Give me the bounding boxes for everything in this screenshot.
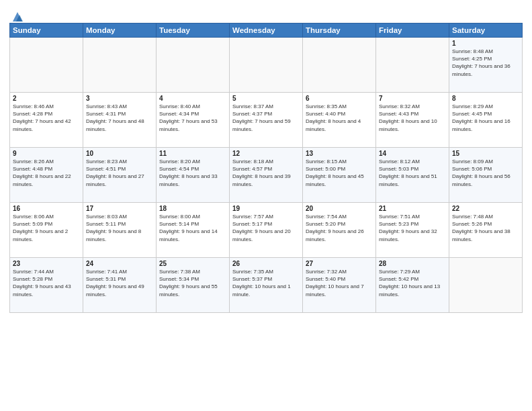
- calendar-cell: 4Sunrise: 8:40 AM Sunset: 4:34 PM Daylig…: [157, 93, 230, 148]
- calendar-cell: 14Sunrise: 8:12 AM Sunset: 5:03 PM Dayli…: [376, 148, 449, 203]
- calendar-cell: 3Sunrise: 8:43 AM Sunset: 4:31 PM Daylig…: [83, 93, 157, 148]
- day-info: Sunrise: 8:00 AM Sunset: 5:14 PM Dayligh…: [159, 213, 226, 243]
- calendar-week-row: 9Sunrise: 8:26 AM Sunset: 4:48 PM Daylig…: [10, 148, 523, 203]
- calendar-week-row: 23Sunrise: 7:44 AM Sunset: 5:28 PM Dayli…: [10, 258, 523, 313]
- day-number: 23: [13, 260, 80, 267]
- calendar-cell: 24Sunrise: 7:41 AM Sunset: 5:31 PM Dayli…: [83, 258, 157, 313]
- logo-icon: [10, 9, 25, 24]
- day-info: Sunrise: 8:18 AM Sunset: 4:57 PM Dayligh…: [232, 158, 300, 188]
- day-number: 25: [159, 260, 226, 267]
- day-info: Sunrise: 8:40 AM Sunset: 4:34 PM Dayligh…: [159, 103, 226, 133]
- calendar-cell: 2Sunrise: 8:46 AM Sunset: 4:28 PM Daylig…: [10, 93, 83, 148]
- day-info: Sunrise: 8:37 AM Sunset: 4:37 PM Dayligh…: [232, 103, 300, 133]
- calendar-week-row: 1Sunrise: 8:48 AM Sunset: 4:25 PM Daylig…: [10, 38, 523, 93]
- day-info: Sunrise: 7:54 AM Sunset: 5:20 PM Dayligh…: [306, 213, 373, 243]
- day-info: Sunrise: 7:32 AM Sunset: 5:40 PM Dayligh…: [306, 268, 373, 298]
- day-info: Sunrise: 8:03 AM Sunset: 5:11 PM Dayligh…: [86, 213, 153, 243]
- day-info: Sunrise: 7:29 AM Sunset: 5:42 PM Dayligh…: [379, 268, 446, 298]
- weekday-header: Tuesday: [157, 24, 230, 38]
- day-info: Sunrise: 8:06 AM Sunset: 5:09 PM Dayligh…: [13, 213, 80, 243]
- calendar-cell: 12Sunrise: 8:18 AM Sunset: 4:57 PM Dayli…: [230, 148, 303, 203]
- day-number: 3: [86, 95, 153, 102]
- day-info: Sunrise: 8:32 AM Sunset: 4:43 PM Dayligh…: [379, 103, 446, 133]
- day-info: Sunrise: 8:09 AM Sunset: 5:06 PM Dayligh…: [452, 158, 519, 188]
- calendar-cell: [449, 258, 523, 313]
- day-number: 9: [13, 150, 80, 157]
- weekday-header: Wednesday: [230, 24, 303, 38]
- calendar-cell: 20Sunrise: 7:54 AM Sunset: 5:20 PM Dayli…: [303, 203, 376, 258]
- calendar-cell: 16Sunrise: 8:06 AM Sunset: 5:09 PM Dayli…: [10, 203, 83, 258]
- day-info: Sunrise: 8:15 AM Sunset: 5:00 PM Dayligh…: [306, 158, 373, 188]
- day-number: 10: [86, 150, 153, 157]
- calendar-cell: 18Sunrise: 8:00 AM Sunset: 5:14 PM Dayli…: [157, 203, 230, 258]
- calendar-cell: [83, 38, 157, 93]
- calendar-cell: 17Sunrise: 8:03 AM Sunset: 5:11 PM Dayli…: [83, 203, 157, 258]
- page-container: SundayMondayTuesdayWednesdayThursdayFrid…: [0, 0, 532, 318]
- day-number: 26: [232, 260, 300, 267]
- day-info: Sunrise: 8:20 AM Sunset: 4:54 PM Dayligh…: [159, 158, 226, 188]
- weekday-header: Saturday: [449, 24, 523, 38]
- day-info: Sunrise: 8:46 AM Sunset: 4:28 PM Dayligh…: [13, 103, 80, 133]
- calendar-week-row: 2Sunrise: 8:46 AM Sunset: 4:28 PM Daylig…: [10, 93, 523, 148]
- calendar-cell: 15Sunrise: 8:09 AM Sunset: 5:06 PM Dayli…: [449, 148, 523, 203]
- weekday-header: Friday: [376, 24, 449, 38]
- day-info: Sunrise: 8:48 AM Sunset: 4:25 PM Dayligh…: [452, 48, 519, 78]
- day-number: 12: [232, 150, 300, 157]
- day-info: Sunrise: 7:38 AM Sunset: 5:34 PM Dayligh…: [159, 268, 226, 298]
- day-info: Sunrise: 8:12 AM Sunset: 5:03 PM Dayligh…: [379, 158, 446, 188]
- weekday-header: Monday: [83, 24, 157, 38]
- weekday-header: Thursday: [303, 24, 376, 38]
- calendar-cell: [376, 38, 449, 93]
- logo: [9, 9, 26, 20]
- day-info: Sunrise: 8:43 AM Sunset: 4:31 PM Dayligh…: [86, 103, 153, 133]
- day-number: 2: [13, 95, 80, 102]
- day-number: 5: [232, 95, 300, 102]
- calendar-cell: 19Sunrise: 7:57 AM Sunset: 5:17 PM Dayli…: [230, 203, 303, 258]
- calendar-cell: 1Sunrise: 8:48 AM Sunset: 4:25 PM Daylig…: [449, 38, 523, 93]
- calendar-cell: [10, 38, 83, 93]
- calendar-cell: 13Sunrise: 8:15 AM Sunset: 5:00 PM Dayli…: [303, 148, 376, 203]
- header-row: [9, 7, 523, 20]
- day-info: Sunrise: 8:26 AM Sunset: 4:48 PM Dayligh…: [13, 158, 80, 188]
- day-number: 27: [306, 260, 373, 267]
- day-info: Sunrise: 7:44 AM Sunset: 5:28 PM Dayligh…: [13, 268, 80, 298]
- day-number: 16: [13, 205, 80, 212]
- calendar-cell: [230, 38, 303, 93]
- calendar-cell: 10Sunrise: 8:23 AM Sunset: 4:51 PM Dayli…: [83, 148, 157, 203]
- day-info: Sunrise: 7:35 AM Sunset: 5:37 PM Dayligh…: [232, 268, 300, 298]
- day-number: 19: [232, 205, 300, 212]
- day-number: 13: [306, 150, 373, 157]
- day-number: 15: [452, 150, 519, 157]
- day-number: 6: [306, 95, 373, 102]
- calendar-cell: 22Sunrise: 7:48 AM Sunset: 5:26 PM Dayli…: [449, 203, 523, 258]
- day-info: Sunrise: 7:51 AM Sunset: 5:23 PM Dayligh…: [379, 213, 446, 243]
- calendar-cell: 23Sunrise: 7:44 AM Sunset: 5:28 PM Dayli…: [10, 258, 83, 313]
- day-number: 17: [86, 205, 153, 212]
- day-number: 8: [452, 95, 519, 102]
- day-number: 11: [159, 150, 226, 157]
- calendar-cell: 9Sunrise: 8:26 AM Sunset: 4:48 PM Daylig…: [10, 148, 83, 203]
- day-number: 1: [452, 40, 519, 47]
- calendar-cell: 11Sunrise: 8:20 AM Sunset: 4:54 PM Dayli…: [157, 148, 230, 203]
- day-info: Sunrise: 7:48 AM Sunset: 5:26 PM Dayligh…: [452, 213, 519, 243]
- calendar-cell: 7Sunrise: 8:32 AM Sunset: 4:43 PM Daylig…: [376, 93, 449, 148]
- calendar-table: SundayMondayTuesdayWednesdayThursdayFrid…: [9, 23, 523, 313]
- calendar-cell: [157, 38, 230, 93]
- day-number: 24: [86, 260, 153, 267]
- day-number: 28: [379, 260, 446, 267]
- day-info: Sunrise: 7:41 AM Sunset: 5:31 PM Dayligh…: [86, 268, 153, 298]
- weekday-header: Sunday: [10, 24, 83, 38]
- day-number: 22: [452, 205, 519, 212]
- calendar-week-row: 16Sunrise: 8:06 AM Sunset: 5:09 PM Dayli…: [10, 203, 523, 258]
- day-info: Sunrise: 7:57 AM Sunset: 5:17 PM Dayligh…: [232, 213, 300, 243]
- day-number: 21: [379, 205, 446, 212]
- calendar-cell: [303, 38, 376, 93]
- calendar-cell: 26Sunrise: 7:35 AM Sunset: 5:37 PM Dayli…: [230, 258, 303, 313]
- day-number: 14: [379, 150, 446, 157]
- calendar-cell: 25Sunrise: 7:38 AM Sunset: 5:34 PM Dayli…: [157, 258, 230, 313]
- calendar-cell: 27Sunrise: 7:32 AM Sunset: 5:40 PM Dayli…: [303, 258, 376, 313]
- day-info: Sunrise: 8:35 AM Sunset: 4:40 PM Dayligh…: [306, 103, 373, 133]
- calendar-cell: 28Sunrise: 7:29 AM Sunset: 5:42 PM Dayli…: [376, 258, 449, 313]
- weekday-header-row: SundayMondayTuesdayWednesdayThursdayFrid…: [10, 24, 523, 38]
- calendar-cell: 8Sunrise: 8:29 AM Sunset: 4:45 PM Daylig…: [449, 93, 523, 148]
